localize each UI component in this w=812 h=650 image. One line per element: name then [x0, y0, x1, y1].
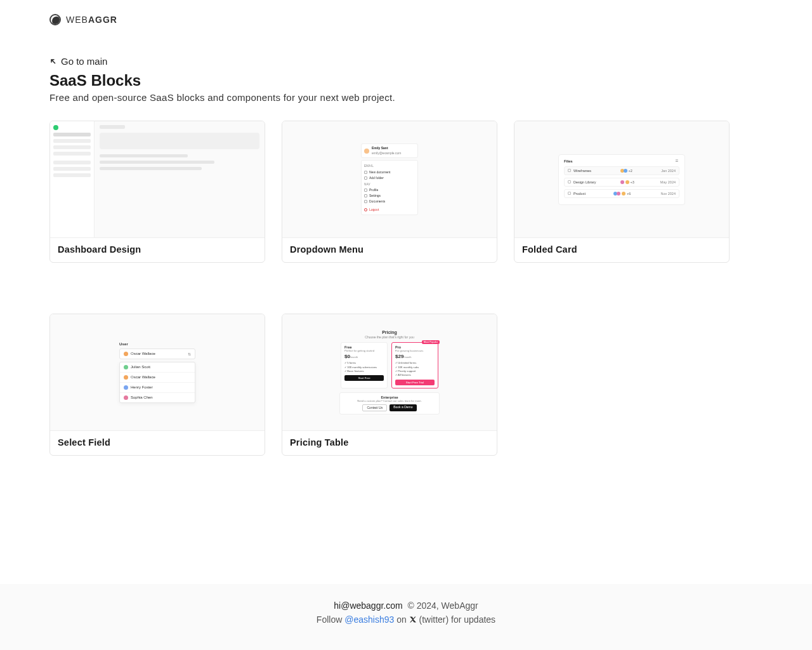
card-select-field[interactable]: User Oscar Wallace ⇅ Julian Scott Oscar … [49, 314, 265, 456]
logo-icon [49, 14, 61, 25]
card-preview [50, 121, 265, 238]
x-twitter-icon [409, 616, 417, 623]
card-dashboard-design[interactable]: Dashboard Design [49, 121, 265, 263]
footer-follow-tail: (twitter) for updates [419, 614, 496, 625]
card-caption: Select Field [50, 431, 265, 455]
page-title: SaaS Blocks [49, 72, 763, 90]
card-preview: Emily Sant emily@example.com Email New d… [282, 121, 497, 238]
footer-copyright: © 2024, WebAggr [405, 600, 478, 611]
block-grid: Dashboard Design Emily Sant emily@exampl… [49, 121, 763, 456]
card-caption: Dashboard Design [50, 238, 265, 262]
site-footer: hi@webaggr.com © 2024, WebAggr Follow @e… [0, 584, 812, 650]
brand-text: WEBAGGR [66, 15, 117, 25]
card-preview: User Oscar Wallace ⇅ Julian Scott Oscar … [50, 314, 265, 431]
card-caption: Dropdown Menu [282, 238, 497, 262]
card-dropdown-menu[interactable]: Emily Sant emily@example.com Email New d… [282, 121, 497, 263]
card-pricing-table[interactable]: Pricing Choose the plan that's right for… [282, 314, 497, 456]
arrow-up-left-icon [49, 58, 57, 65]
footer-follow-pre: Follow [317, 614, 342, 625]
chevron-updown-icon: ⇅ [188, 352, 191, 356]
card-preview: Files ≡ Wireframes +2 Jan 2024 Design Li… [514, 121, 729, 238]
menu-icon: ≡ [674, 159, 679, 164]
go-to-main-label: Go to main [61, 56, 107, 67]
footer-email-link[interactable]: hi@webaggr.com [334, 600, 402, 611]
card-caption: Folded Card [514, 238, 729, 262]
card-folded-card[interactable]: Files ≡ Wireframes +2 Jan 2024 Design Li… [514, 121, 730, 263]
page-subtitle: Free and open-source SaaS blocks and com… [49, 92, 763, 103]
go-to-main-link[interactable]: Go to main [49, 56, 107, 67]
card-caption: Pricing Table [282, 431, 497, 455]
footer-twitter-handle[interactable]: @eashish93 [344, 614, 394, 625]
card-preview: Pricing Choose the plan that's right for… [282, 314, 497, 431]
brand-logo[interactable]: WEBAGGR [49, 14, 763, 25]
